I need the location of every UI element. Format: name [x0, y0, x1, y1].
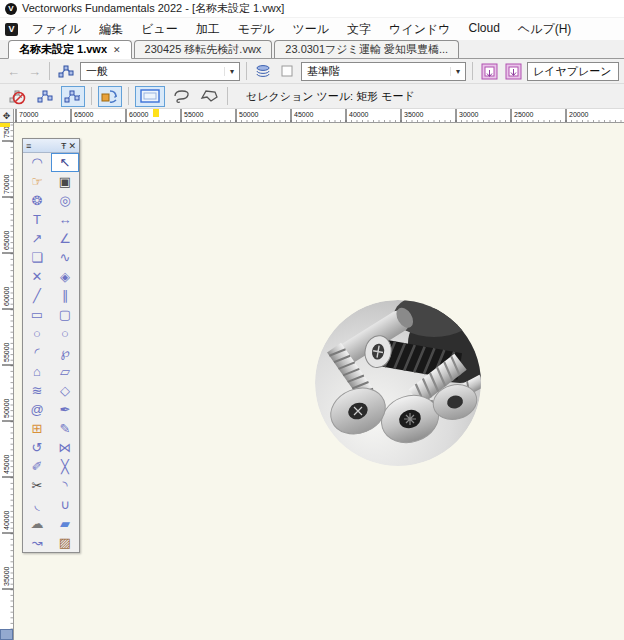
polygon-tool[interactable]: ▱: [51, 362, 79, 381]
connect-tool[interactable]: ↝: [23, 533, 51, 552]
tab-label: 名称未設定 1.vwx: [19, 42, 107, 57]
polygon-lasso-mode-icon[interactable]: [197, 86, 221, 107]
menu-item-modify[interactable]: 加工: [187, 19, 229, 40]
freeform-polygon-tool[interactable]: ≋: [23, 381, 51, 400]
ruler-origin-icon[interactable]: ✥: [0, 109, 14, 123]
line-tool[interactable]: ╱: [23, 286, 51, 305]
active-plane-value: レイヤプレーン: [533, 64, 612, 79]
working-plane-tool[interactable]: ◈: [51, 267, 79, 286]
snap-object-icon[interactable]: [61, 86, 85, 107]
saved-views-icon[interactable]: [56, 61, 76, 81]
active-plane-dropdown[interactable]: レイヤプレーン: [527, 62, 619, 81]
menu-bar: V ファイル編集ビュー加工モデルツール文字ウインドウCloudヘルプ(H): [0, 18, 624, 40]
svg-text:60000: 60000: [3, 286, 10, 306]
menu-item-help[interactable]: ヘルプ(H): [509, 19, 581, 40]
fillet-tool[interactable]: ◝: [51, 476, 79, 495]
rounded-rectangle-tool[interactable]: ▢: [51, 305, 79, 324]
palette-tool-grid: ◠↖☞▣❂◎T↔↗∠❏∿✕◈╱∥▭▢○○◜℘⌂▱≋◇@✒⊞✎↺⋈✐╳✂◝◟∪☁▰…: [23, 153, 79, 552]
freehand-tool[interactable]: ∿: [51, 248, 79, 267]
marquee-mode-icon[interactable]: [135, 86, 165, 107]
snap-disabled-icon[interactable]: [5, 86, 29, 107]
layer-plane-icon[interactable]: [503, 61, 523, 81]
2d-shape-tool[interactable]: ◠: [23, 153, 51, 172]
menu-item-tools[interactable]: ツール: [284, 19, 339, 40]
document-app-icon[interactable]: V: [5, 23, 18, 36]
flyover-tool[interactable]: ❂: [23, 191, 51, 210]
clip-tool[interactable]: ⊞: [23, 419, 51, 438]
menu-item-cloud[interactable]: Cloud: [460, 19, 509, 40]
circle-tool[interactable]: ○: [23, 324, 51, 343]
auto-plane-icon[interactable]: [98, 86, 122, 107]
chevron-down-icon: ▾: [450, 67, 465, 76]
rotate-tool[interactable]: ↺: [23, 438, 51, 457]
paint-tool[interactable]: ▨: [51, 533, 79, 552]
double-line-tool[interactable]: ∥: [51, 286, 79, 305]
oval-tool[interactable]: ○: [51, 324, 79, 343]
camera-tool[interactable]: ▣: [51, 172, 79, 191]
zoom-tool[interactable]: ◎: [51, 191, 79, 210]
chevron-down-icon: ▾: [224, 67, 239, 76]
pan-tool[interactable]: ☞: [23, 172, 51, 191]
back-button[interactable]: ←: [5, 63, 22, 80]
tab-fujimi[interactable]: 23.0301フジミ運輸 愛知県豊橋...: [274, 40, 459, 58]
palette-close-icon[interactable]: ✕: [68, 141, 76, 151]
class-options-icon[interactable]: [277, 61, 297, 81]
eraser-tool[interactable]: ▰: [51, 514, 79, 533]
spiral-tool[interactable]: @: [23, 400, 51, 419]
reshape-tool[interactable]: ✎: [51, 419, 79, 438]
forward-button[interactable]: →: [26, 63, 43, 80]
menu-item-view[interactable]: ビュー: [132, 19, 187, 40]
lasso-mode-icon[interactable]: [169, 86, 193, 107]
regular-polygon-tool[interactable]: ◇: [51, 381, 79, 400]
angle-dimension-tool[interactable]: ∠: [51, 229, 79, 248]
screws-image[interactable]: [314, 299, 482, 467]
svg-text:70000: 70000: [3, 174, 10, 194]
menu-item-model[interactable]: モデル: [229, 19, 284, 40]
rectangle-tool[interactable]: ▭: [23, 305, 51, 324]
saved-view-dropdown[interactable]: 一般 ▾: [80, 62, 240, 81]
tab-untitled-1[interactable]: 名称未設定 1.vwx✕: [8, 40, 132, 59]
mound-tool[interactable]: ⌂: [23, 362, 51, 381]
vectorworks-logo-icon: V: [5, 3, 17, 15]
attribute-mapping-tool[interactable]: ✐: [23, 457, 51, 476]
offset-tool[interactable]: ∪: [51, 495, 79, 514]
palette-title-bar[interactable]: ≡ Ŧ ✕: [23, 139, 79, 153]
scrollbar-corner[interactable]: [0, 629, 13, 640]
screen-plane-icon[interactable]: [479, 61, 499, 81]
corner-arc-tool[interactable]: ◟: [23, 495, 51, 514]
split-tool[interactable]: ✒: [51, 400, 79, 419]
locus-tool[interactable]: ✕: [23, 267, 51, 286]
svg-text:60000: 60000: [129, 111, 149, 118]
tab-close-icon[interactable]: ✕: [113, 45, 121, 55]
mirror-tool[interactable]: ⋈: [51, 438, 79, 457]
cloud-tool[interactable]: ☁: [23, 514, 51, 533]
arc-tool[interactable]: ◜: [23, 343, 51, 362]
layer-dropdown[interactable]: 基準階 ▾: [301, 62, 466, 81]
palette-menu-icon[interactable]: ≡: [26, 141, 31, 151]
menu-item-edit[interactable]: 編集: [90, 19, 132, 40]
selection-tool[interactable]: ↖: [51, 153, 79, 172]
svg-text:65000: 65000: [74, 111, 94, 118]
curve-tool[interactable]: ℘: [51, 343, 79, 362]
layer-value: 基準階: [307, 64, 340, 79]
menubar-items: ファイル編集ビュー加工モデルツール文字ウインドウCloudヘルプ(H): [23, 19, 580, 40]
drawing-canvas[interactable]: 7500070000650006000055000500004500040000…: [0, 123, 624, 640]
dimension-tool[interactable]: ↔: [51, 210, 79, 229]
trim-tool[interactable]: ✂: [23, 476, 51, 495]
palette-pin-icon[interactable]: Ŧ: [61, 141, 67, 151]
svg-text:30000: 30000: [459, 111, 479, 118]
basic-tool-palette[interactable]: ≡ Ŧ ✕ ◠↖☞▣❂◎T↔↗∠❏∿✕◈╱∥▭▢○○◜℘⌂▱≋◇@✒⊞✎↺⋈✐╳…: [22, 138, 80, 553]
menu-item-file[interactable]: ファイル: [23, 19, 90, 40]
cross-line-tool[interactable]: ╳: [51, 457, 79, 476]
menu-item-window[interactable]: ウインドウ: [380, 19, 459, 40]
view-bar: ← → 一般 ▾ 基準階 ▾ レイヤプレーン: [0, 59, 624, 84]
tab-230425[interactable]: 230425 移転先検討.vwx: [134, 40, 273, 58]
diagonal-dimension-tool[interactable]: ↗: [23, 229, 51, 248]
tab-label: 230425 移転先検討.vwx: [145, 42, 262, 57]
callout-tool[interactable]: ❏: [23, 248, 51, 267]
svg-text:65000: 65000: [3, 230, 10, 250]
snap-chain-icon[interactable]: [33, 86, 57, 107]
text-tool[interactable]: T: [23, 210, 51, 229]
menu-item-text[interactable]: 文字: [338, 19, 380, 40]
layers-icon[interactable]: [253, 61, 273, 81]
